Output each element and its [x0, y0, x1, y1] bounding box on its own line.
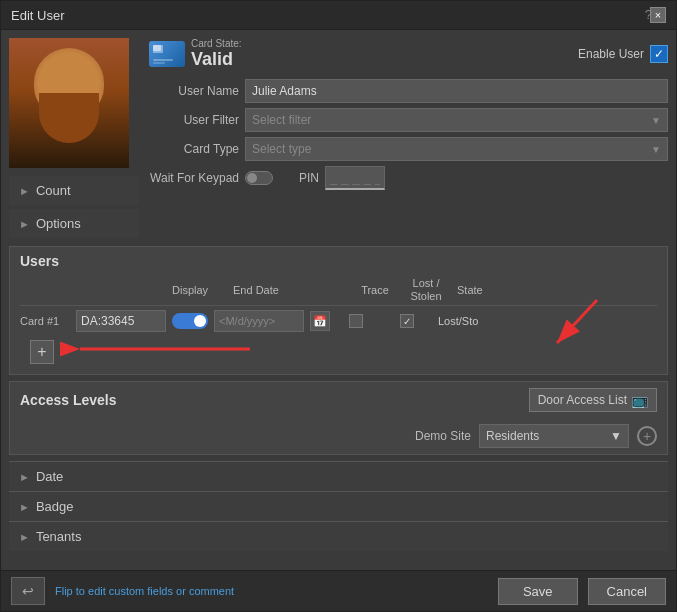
date-chevron-icon: ►: [19, 471, 30, 483]
enable-user-checkbox[interactable]: ✓: [650, 45, 668, 63]
plus-icon: +: [643, 429, 651, 443]
card-icon: [149, 41, 185, 67]
photo-area: ► Count ► Options: [9, 38, 139, 238]
door-access-icon: 📺: [631, 392, 648, 408]
col-lost-header: Lost /Stolen: [401, 277, 451, 303]
access-header-row: Access Levels Door Access List 📺: [10, 382, 667, 418]
help-icon[interactable]: ?: [645, 7, 652, 22]
card-type-placeholder: Select type: [252, 142, 311, 156]
trace-cell: [336, 314, 376, 328]
pin-label: PIN: [299, 171, 319, 185]
user-photo: [9, 38, 129, 168]
access-section: Access Levels Door Access List 📺 Demo Si…: [9, 381, 668, 455]
card-type-arrow-icon: ▼: [651, 144, 661, 155]
users-body: Display End Date Trace Lost /Stolen Stat…: [10, 275, 667, 374]
col-trace-header: Trace: [355, 284, 395, 296]
access-row: Demo Site Residents ▼ +: [10, 418, 667, 454]
col-state-header: State: [457, 284, 507, 296]
wait-keypad-label: Wait For Keypad: [149, 171, 239, 185]
user-filter-arrow-icon: ▼: [651, 115, 661, 126]
lost-cell: ✓: [382, 314, 432, 328]
enable-user-row: Enable User ✓: [578, 45, 668, 63]
badge-collapsible[interactable]: ► Badge: [9, 491, 668, 521]
end-date-placeholder: <M/d/yyyy>: [219, 315, 275, 327]
options-chevron-icon: ►: [19, 218, 30, 230]
card-number-input[interactable]: [76, 310, 166, 332]
card-state-row: Card State: Valid Enable User ✓: [149, 38, 668, 70]
card-state-value: Valid: [191, 49, 242, 70]
date-label: Date: [36, 469, 63, 484]
card-type-label: Card Type: [149, 142, 239, 156]
user-filter-row: User Filter Select filter ▼: [149, 108, 668, 132]
pin-input[interactable]: [325, 166, 385, 190]
end-date-input[interactable]: <M/d/yyyy>: [214, 310, 304, 332]
site-label: Demo Site: [415, 429, 471, 443]
trace-checkbox[interactable]: [349, 314, 363, 328]
state-cell: Lost/Sto: [438, 315, 478, 327]
right-form: Card State: Valid Enable User ✓ User Nam…: [149, 38, 668, 238]
count-collapsible[interactable]: ► Count: [9, 176, 139, 205]
user-filter-placeholder: Select filter: [252, 113, 311, 127]
options-label: Options: [36, 216, 81, 231]
top-section: ► Count ► Options: [9, 38, 668, 238]
user-filter-select[interactable]: Select filter ▼: [245, 108, 668, 132]
add-arrow: [60, 334, 260, 364]
card-state-label: Card State:: [191, 38, 242, 49]
tenants-label: Tenants: [36, 529, 82, 544]
add-card-button[interactable]: +: [30, 340, 54, 364]
col-card-cell: Card #1: [20, 315, 70, 327]
display-toggle[interactable]: [172, 313, 208, 329]
add-card-row: +: [20, 336, 657, 374]
username-row: User Name: [149, 79, 668, 103]
options-collapsible[interactable]: ► Options: [9, 209, 139, 238]
bottom-bar: ↩ Flip to edit custom fields or comment …: [1, 570, 676, 611]
badge-chevron-icon: ►: [19, 501, 30, 513]
flip-text[interactable]: Flip to edit custom fields or comment: [55, 585, 488, 597]
access-title: Access Levels: [20, 392, 117, 408]
access-select[interactable]: Residents ▼: [479, 424, 629, 448]
collapsibles-container: ► Date ► Badge ► Tenants: [9, 461, 668, 551]
close-button[interactable]: ×: [650, 7, 666, 23]
title-bar: Edit User ×: [1, 1, 676, 30]
enable-user-label: Enable User: [578, 47, 644, 61]
lost-checkbox[interactable]: ✓: [400, 314, 414, 328]
tenants-collapsible[interactable]: ► Tenants: [9, 521, 668, 551]
col-enddate-header: End Date: [233, 284, 323, 296]
calendar-icon[interactable]: 📅: [310, 311, 330, 331]
card-type-row: Card Type Select type ▼: [149, 137, 668, 161]
edit-user-dialog: Edit User × ► Count ► Options: [0, 0, 677, 612]
dialog-title: Edit User: [11, 8, 64, 23]
tenants-chevron-icon: ►: [19, 531, 30, 543]
save-button[interactable]: Save: [498, 578, 578, 605]
add-access-button[interactable]: +: [637, 426, 657, 446]
access-select-value: Residents: [486, 429, 539, 443]
users-section: Users Display End Date Trace Lost /Stole…: [9, 246, 668, 375]
wait-pin-row: Wait For Keypad PIN: [149, 166, 668, 190]
wait-keypad-toggle[interactable]: [245, 171, 273, 185]
access-select-arrow-icon: ▼: [610, 429, 622, 443]
card-type-select[interactable]: Select type ▼: [245, 137, 668, 161]
card-state-info: Card State: Valid: [191, 38, 242, 70]
users-table-row: Card #1 <M/d/yyyy> 📅 ✓ Los: [20, 306, 657, 336]
door-access-label: Door Access List: [538, 393, 627, 407]
door-access-button[interactable]: Door Access List 📺: [529, 388, 657, 412]
flip-button[interactable]: ↩: [11, 577, 45, 605]
badge-label: Badge: [36, 499, 74, 514]
user-filter-label: User Filter: [149, 113, 239, 127]
count-label: Count: [36, 183, 71, 198]
date-collapsible[interactable]: ► Date: [9, 461, 668, 491]
username-input[interactable]: [245, 79, 668, 103]
cancel-button[interactable]: Cancel: [588, 578, 666, 605]
users-table-header: Display End Date Trace Lost /Stolen Stat…: [20, 275, 657, 306]
username-label: User Name: [149, 84, 239, 98]
dialog-body: ► Count ► Options: [1, 30, 676, 570]
col-display-header: Display: [172, 284, 227, 296]
count-chevron-icon: ►: [19, 185, 30, 197]
users-title: Users: [10, 247, 667, 275]
